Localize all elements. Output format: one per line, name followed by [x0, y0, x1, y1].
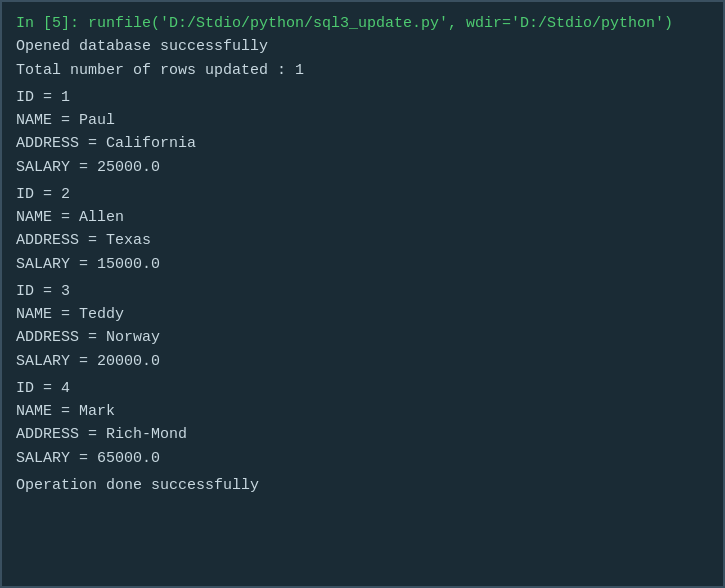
record-1-salary: SALARY = 25000.0 — [16, 156, 709, 179]
output-line-2: Total number of rows updated : 1 — [16, 59, 709, 82]
terminal-window: In [5]: runfile('D:/Stdio/python/sql3_up… — [0, 0, 725, 588]
record-1-address: ADDRESS = California — [16, 132, 709, 155]
record-1-name: NAME = Paul — [16, 109, 709, 132]
record-3: ID = 3 NAME = Teddy ADDRESS = Norway SAL… — [16, 280, 709, 373]
record-3-salary: SALARY = 20000.0 — [16, 350, 709, 373]
in-prompt: In [5]: — [16, 15, 79, 32]
footer-text: Operation done successfully — [16, 474, 709, 497]
command-text: runfile('D:/Stdio/python/sql3_update.py'… — [79, 15, 673, 32]
record-3-address: ADDRESS = Norway — [16, 326, 709, 349]
footer-line: Operation done successfully — [16, 474, 709, 497]
record-4-name: NAME = Mark — [16, 400, 709, 423]
record-3-name: NAME = Teddy — [16, 303, 709, 326]
record-4: ID = 4 NAME = Mark ADDRESS = Rich-Mond S… — [16, 377, 709, 470]
prompt-line: In [5]: runfile('D:/Stdio/python/sql3_up… — [16, 12, 709, 35]
record-2-name: NAME = Allen — [16, 206, 709, 229]
output-line-1: Opened database successfully — [16, 35, 709, 58]
record-2-id: ID = 2 — [16, 183, 709, 206]
record-4-salary: SALARY = 65000.0 — [16, 447, 709, 470]
record-2: ID = 2 NAME = Allen ADDRESS = Texas SALA… — [16, 183, 709, 276]
record-1-id: ID = 1 — [16, 86, 709, 109]
record-4-address: ADDRESS = Rich-Mond — [16, 423, 709, 446]
record-1: ID = 1 NAME = Paul ADDRESS = California … — [16, 86, 709, 179]
record-2-address: ADDRESS = Texas — [16, 229, 709, 252]
record-4-id: ID = 4 — [16, 377, 709, 400]
record-3-id: ID = 3 — [16, 280, 709, 303]
record-2-salary: SALARY = 15000.0 — [16, 253, 709, 276]
